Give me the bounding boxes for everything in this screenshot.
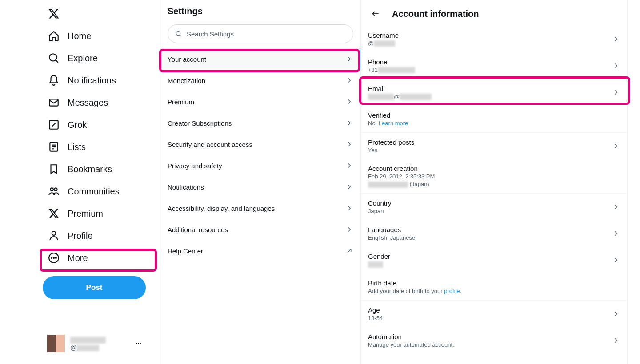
more-circle-icon [48,252,60,264]
detail-gender[interactable]: Gender [361,247,627,273]
bell-icon [48,75,60,86]
settings-item-premium[interactable]: Premium [160,91,360,112]
detail-languages[interactable]: Languages English, Japanese [361,220,627,247]
settings-item-monetization[interactable]: Monetization [160,70,360,91]
settings-item-your-account[interactable]: Your account [160,48,360,70]
chevron-right-icon [612,35,620,43]
detail-automation[interactable]: Automation Manage your automated account… [361,327,627,354]
nav-grok[interactable]: Grok [43,114,97,136]
nav-home[interactable]: Home [43,25,102,47]
label: Automation [368,333,612,340]
chevron-right-icon [345,55,353,63]
chevron-right-icon [612,142,620,150]
value: 13-54 [368,315,612,321]
chevron-right-icon [345,162,353,170]
nav-communities[interactable]: Communities [43,180,130,202]
x-logo[interactable] [43,3,160,25]
label: Email [368,85,612,92]
detail-phone[interactable]: Phone +81 [361,52,627,79]
value: Add your date of birth to your profile. [368,288,620,294]
value: Feb 29, 2012, 2:35:33 PM [368,173,620,180]
item-label: Security and account access [168,141,252,148]
nav-notifications[interactable]: Notifications [43,69,127,91]
chevron-right-icon [345,140,353,148]
bookmark-icon [48,163,60,175]
chevron-right-icon [612,62,620,70]
svg-line-1 [56,60,58,62]
learn-more-link[interactable]: Learn more [379,120,408,127]
nav-explore[interactable]: Explore [43,47,108,69]
detail-age[interactable]: Age 13-54 [361,301,627,327]
settings-column: Settings Your account Monetization Premi… [160,0,361,364]
value: Yes [368,147,612,154]
label: Gender [368,253,612,260]
detail-username[interactable]: Username @ [361,26,627,52]
label: Verified [368,111,620,119]
item-label: Accessibility, display, and languages [168,205,275,212]
chevron-right-icon [612,229,620,237]
settings-item-creator-subscriptions[interactable]: Creator Subscriptions [160,112,360,134]
nav-label: Premium [68,209,103,219]
svg-point-10 [52,231,56,235]
chevron-right-icon [345,226,353,233]
mail-icon [48,97,60,108]
profile-link[interactable]: profile [444,288,460,294]
home-icon [48,30,60,42]
value: @ [368,40,612,47]
item-label: Creator Subscriptions [168,119,232,127]
chevron-right-icon [345,183,353,191]
settings-item-privacy[interactable]: Privacy and safety [160,155,360,176]
nav-label: Lists [68,142,86,152]
search-settings[interactable] [168,24,353,43]
nav-label: Profile [68,231,93,241]
post-button[interactable]: Post [43,276,146,299]
settings-item-additional[interactable]: Additional resources [160,219,360,240]
settings-item-help-center[interactable]: Help Center [160,240,360,261]
nav-label: Communities [68,186,120,197]
value: English, Japanese [368,234,612,241]
value: +81 [368,67,612,74]
profile-icon [48,230,60,241]
svg-point-9 [54,188,57,191]
location: (Japan) [368,181,620,188]
svg-point-15 [176,31,180,35]
nav-lists[interactable]: Lists [43,136,96,158]
label: Protected posts [368,138,612,146]
item-label: Additional resources [168,226,228,233]
detail-country[interactable]: Country Japan [361,194,627,220]
nav-more[interactable]: More [43,247,99,269]
settings-item-security[interactable]: Security and account access [160,134,360,155]
chevron-right-icon [345,119,353,127]
external-link-icon [345,247,353,255]
chip-more-icon: ··· [136,340,141,348]
settings-item-accessibility[interactable]: Accessibility, display, and languages [160,198,360,219]
value [368,261,612,268]
settings-title: Settings [168,6,203,16]
detail-email[interactable]: Email @ [361,79,627,106]
item-label: Help Center [168,247,203,255]
nav-label: Bookmarks [68,164,112,174]
detail-verified: Verified No. Learn more [361,106,627,132]
item-label: Privacy and safety [168,162,222,170]
label: Username [368,32,612,39]
label: Birth date [368,279,620,287]
nav-profile[interactable]: Profile [43,225,104,247]
back-button[interactable] [368,6,383,21]
value: Manage your automated account. [368,341,612,348]
nav-premium[interactable]: Premium [43,202,114,225]
label: Phone [368,58,612,66]
settings-item-notifications[interactable]: Notifications [160,176,360,198]
account-chip[interactable]: @ ··· [43,330,149,357]
svg-line-16 [180,35,181,36]
detail-protected-posts[interactable]: Protected posts Yes [361,133,627,159]
account-info-column: Account information Username @ Phone +81… [361,0,628,364]
label: Age [368,306,612,314]
nav-bookmarks[interactable]: Bookmarks [43,158,123,180]
detail-birth-date: Birth date Add your date of birth to you… [361,273,627,300]
nav-messages[interactable]: Messages [43,91,119,114]
label: Languages [368,226,612,233]
search-input[interactable] [187,30,346,38]
label: Account creation [368,165,620,172]
left-gutter [0,0,43,364]
chip-name [70,336,106,344]
